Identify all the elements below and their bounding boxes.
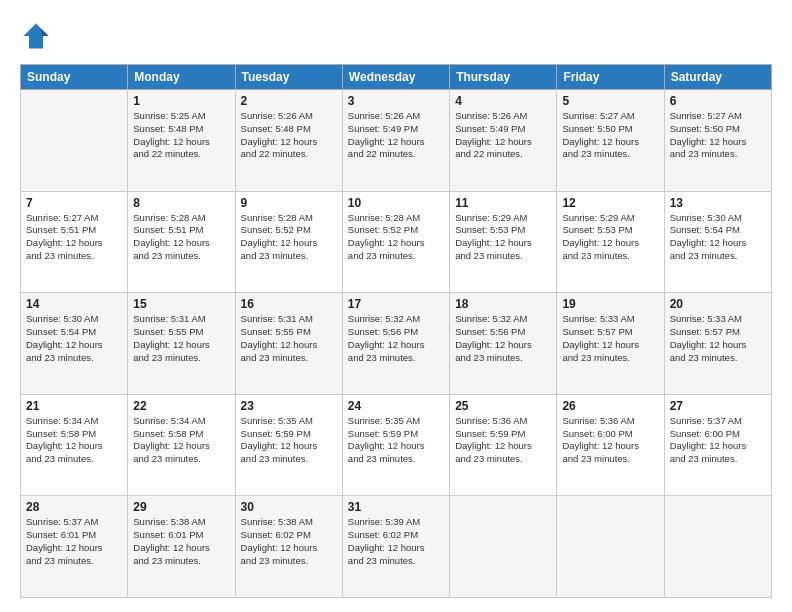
week-row-3: 14Sunrise: 5:30 AM Sunset: 5:54 PM Dayli… — [21, 293, 772, 395]
day-number: 21 — [26, 399, 122, 413]
day-cell: 13Sunrise: 5:30 AM Sunset: 5:54 PM Dayli… — [664, 191, 771, 293]
day-number: 3 — [348, 94, 444, 108]
day-number: 23 — [241, 399, 337, 413]
day-cell: 21Sunrise: 5:34 AM Sunset: 5:58 PM Dayli… — [21, 394, 128, 496]
day-cell: 2Sunrise: 5:26 AM Sunset: 5:48 PM Daylig… — [235, 90, 342, 192]
day-cell: 10Sunrise: 5:28 AM Sunset: 5:52 PM Dayli… — [342, 191, 449, 293]
day-cell: 14Sunrise: 5:30 AM Sunset: 5:54 PM Dayli… — [21, 293, 128, 395]
day-cell — [557, 496, 664, 598]
day-cell: 18Sunrise: 5:32 AM Sunset: 5:56 PM Dayli… — [450, 293, 557, 395]
weekday-header-saturday: Saturday — [664, 65, 771, 90]
day-number: 20 — [670, 297, 766, 311]
day-number: 27 — [670, 399, 766, 413]
weekday-header-monday: Monday — [128, 65, 235, 90]
day-cell: 26Sunrise: 5:36 AM Sunset: 6:00 PM Dayli… — [557, 394, 664, 496]
day-number: 4 — [455, 94, 551, 108]
day-number: 18 — [455, 297, 551, 311]
weekday-header-wednesday: Wednesday — [342, 65, 449, 90]
day-cell: 11Sunrise: 5:29 AM Sunset: 5:53 PM Dayli… — [450, 191, 557, 293]
day-cell: 5Sunrise: 5:27 AM Sunset: 5:50 PM Daylig… — [557, 90, 664, 192]
day-info: Sunrise: 5:36 AM Sunset: 6:00 PM Dayligh… — [562, 415, 658, 466]
day-number: 10 — [348, 196, 444, 210]
page: SundayMondayTuesdayWednesdayThursdayFrid… — [0, 0, 792, 612]
day-cell: 29Sunrise: 5:38 AM Sunset: 6:01 PM Dayli… — [128, 496, 235, 598]
day-info: Sunrise: 5:33 AM Sunset: 5:57 PM Dayligh… — [670, 313, 766, 364]
day-number: 31 — [348, 500, 444, 514]
day-cell: 6Sunrise: 5:27 AM Sunset: 5:50 PM Daylig… — [664, 90, 771, 192]
day-cell: 23Sunrise: 5:35 AM Sunset: 5:59 PM Dayli… — [235, 394, 342, 496]
day-info: Sunrise: 5:37 AM Sunset: 6:00 PM Dayligh… — [670, 415, 766, 466]
day-number: 14 — [26, 297, 122, 311]
day-cell: 3Sunrise: 5:26 AM Sunset: 5:49 PM Daylig… — [342, 90, 449, 192]
day-cell: 27Sunrise: 5:37 AM Sunset: 6:00 PM Dayli… — [664, 394, 771, 496]
weekday-header-friday: Friday — [557, 65, 664, 90]
day-info: Sunrise: 5:32 AM Sunset: 5:56 PM Dayligh… — [455, 313, 551, 364]
day-info: Sunrise: 5:37 AM Sunset: 6:01 PM Dayligh… — [26, 516, 122, 567]
day-cell: 20Sunrise: 5:33 AM Sunset: 5:57 PM Dayli… — [664, 293, 771, 395]
day-number: 6 — [670, 94, 766, 108]
day-info: Sunrise: 5:29 AM Sunset: 5:53 PM Dayligh… — [562, 212, 658, 263]
weekday-header-sunday: Sunday — [21, 65, 128, 90]
day-cell: 8Sunrise: 5:28 AM Sunset: 5:51 PM Daylig… — [128, 191, 235, 293]
day-info: Sunrise: 5:29 AM Sunset: 5:53 PM Dayligh… — [455, 212, 551, 263]
day-info: Sunrise: 5:30 AM Sunset: 5:54 PM Dayligh… — [26, 313, 122, 364]
day-info: Sunrise: 5:27 AM Sunset: 5:50 PM Dayligh… — [670, 110, 766, 161]
day-info: Sunrise: 5:38 AM Sunset: 6:01 PM Dayligh… — [133, 516, 229, 567]
day-number: 24 — [348, 399, 444, 413]
day-cell — [664, 496, 771, 598]
day-cell: 30Sunrise: 5:38 AM Sunset: 6:02 PM Dayli… — [235, 496, 342, 598]
day-number: 13 — [670, 196, 766, 210]
day-cell: 1Sunrise: 5:25 AM Sunset: 5:48 PM Daylig… — [128, 90, 235, 192]
day-info: Sunrise: 5:26 AM Sunset: 5:49 PM Dayligh… — [455, 110, 551, 161]
day-number: 17 — [348, 297, 444, 311]
day-info: Sunrise: 5:34 AM Sunset: 5:58 PM Dayligh… — [26, 415, 122, 466]
day-info: Sunrise: 5:30 AM Sunset: 5:54 PM Dayligh… — [670, 212, 766, 263]
day-number: 25 — [455, 399, 551, 413]
day-cell: 16Sunrise: 5:31 AM Sunset: 5:55 PM Dayli… — [235, 293, 342, 395]
week-row-4: 21Sunrise: 5:34 AM Sunset: 5:58 PM Dayli… — [21, 394, 772, 496]
day-cell: 22Sunrise: 5:34 AM Sunset: 5:58 PM Dayli… — [128, 394, 235, 496]
day-cell — [21, 90, 128, 192]
weekday-header-tuesday: Tuesday — [235, 65, 342, 90]
day-number: 5 — [562, 94, 658, 108]
day-cell: 25Sunrise: 5:36 AM Sunset: 5:59 PM Dayli… — [450, 394, 557, 496]
day-info: Sunrise: 5:34 AM Sunset: 5:58 PM Dayligh… — [133, 415, 229, 466]
day-info: Sunrise: 5:28 AM Sunset: 5:52 PM Dayligh… — [241, 212, 337, 263]
day-number: 16 — [241, 297, 337, 311]
day-number: 15 — [133, 297, 229, 311]
day-number: 26 — [562, 399, 658, 413]
day-cell: 31Sunrise: 5:39 AM Sunset: 6:02 PM Dayli… — [342, 496, 449, 598]
day-cell: 7Sunrise: 5:27 AM Sunset: 5:51 PM Daylig… — [21, 191, 128, 293]
day-info: Sunrise: 5:39 AM Sunset: 6:02 PM Dayligh… — [348, 516, 444, 567]
day-number: 28 — [26, 500, 122, 514]
week-row-5: 28Sunrise: 5:37 AM Sunset: 6:01 PM Dayli… — [21, 496, 772, 598]
day-info: Sunrise: 5:27 AM Sunset: 5:51 PM Dayligh… — [26, 212, 122, 263]
day-number: 29 — [133, 500, 229, 514]
day-number: 1 — [133, 94, 229, 108]
day-number: 11 — [455, 196, 551, 210]
calendar-table: SundayMondayTuesdayWednesdayThursdayFrid… — [20, 64, 772, 598]
day-info: Sunrise: 5:31 AM Sunset: 5:55 PM Dayligh… — [241, 313, 337, 364]
day-number: 2 — [241, 94, 337, 108]
weekday-header-row: SundayMondayTuesdayWednesdayThursdayFrid… — [21, 65, 772, 90]
day-cell: 9Sunrise: 5:28 AM Sunset: 5:52 PM Daylig… — [235, 191, 342, 293]
day-number: 22 — [133, 399, 229, 413]
day-info: Sunrise: 5:31 AM Sunset: 5:55 PM Dayligh… — [133, 313, 229, 364]
day-number: 12 — [562, 196, 658, 210]
day-info: Sunrise: 5:36 AM Sunset: 5:59 PM Dayligh… — [455, 415, 551, 466]
day-info: Sunrise: 5:33 AM Sunset: 5:57 PM Dayligh… — [562, 313, 658, 364]
day-info: Sunrise: 5:28 AM Sunset: 5:51 PM Dayligh… — [133, 212, 229, 263]
day-cell: 17Sunrise: 5:32 AM Sunset: 5:56 PM Dayli… — [342, 293, 449, 395]
day-cell: 12Sunrise: 5:29 AM Sunset: 5:53 PM Dayli… — [557, 191, 664, 293]
day-info: Sunrise: 5:27 AM Sunset: 5:50 PM Dayligh… — [562, 110, 658, 161]
day-info: Sunrise: 5:25 AM Sunset: 5:48 PM Dayligh… — [133, 110, 229, 161]
day-number: 30 — [241, 500, 337, 514]
day-number: 8 — [133, 196, 229, 210]
day-info: Sunrise: 5:35 AM Sunset: 5:59 PM Dayligh… — [241, 415, 337, 466]
day-number: 7 — [26, 196, 122, 210]
day-info: Sunrise: 5:28 AM Sunset: 5:52 PM Dayligh… — [348, 212, 444, 263]
day-cell — [450, 496, 557, 598]
week-row-1: 1Sunrise: 5:25 AM Sunset: 5:48 PM Daylig… — [21, 90, 772, 192]
header — [20, 18, 772, 54]
day-cell: 4Sunrise: 5:26 AM Sunset: 5:49 PM Daylig… — [450, 90, 557, 192]
